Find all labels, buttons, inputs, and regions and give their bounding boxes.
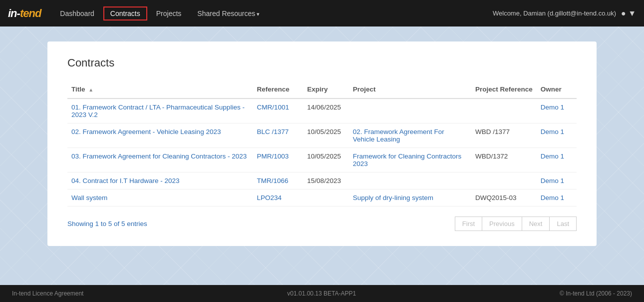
- cell-title: 03. Framework Agreement for Cleaning Con…: [67, 148, 253, 172]
- nav-shared-resources[interactable]: Shared Resources: [190, 6, 267, 20]
- table-footer: Showing 1 to 5 of 5 entries First Previo…: [67, 216, 577, 231]
- table-row: 02. Framework Agreement - Vehicle Leasin…: [67, 124, 577, 148]
- nav-projects[interactable]: Projects: [149, 6, 189, 20]
- cell-title: 01. Framework Contract / LTA - Pharmaceu…: [67, 98, 253, 124]
- cell-title: 04. Contract for I.T Hardware - 2023: [67, 172, 253, 190]
- col-projref[interactable]: Project Reference: [471, 82, 537, 98]
- cell-expiry: 14/06/2025: [303, 98, 348, 124]
- cell-title: 02. Framework Agreement - Vehicle Leasin…: [67, 124, 253, 148]
- cell-project: 02. Framework Agreement For Vehicle Leas…: [349, 124, 471, 148]
- pagination-previous[interactable]: Previous: [482, 216, 522, 231]
- navbar-right: Welcome, Damian (d.gillott@in-tend.co.uk…: [493, 9, 636, 18]
- page-title: Contracts: [67, 56, 577, 70]
- cell-project: Framework for Cleaning Contractors 2023: [349, 148, 471, 172]
- cell-expiry: 15/08/2023: [303, 172, 348, 190]
- project-link[interactable]: 02. Framework Agreement For Vehicle Leas…: [353, 128, 444, 143]
- contracts-table: Title ▲ Reference Expiry Project Project…: [67, 82, 577, 206]
- cell-expiry: 10/05/2025: [303, 148, 348, 172]
- cell-expiry: 10/05/2025: [303, 124, 348, 148]
- brand-logo: in-tend: [8, 7, 41, 20]
- pagination-controls: First Previous Next Last: [455, 216, 577, 231]
- contract-link[interactable]: 03. Framework Agreement for Cleaning Con…: [71, 152, 247, 160]
- contract-link[interactable]: 04. Contract for I.T Hardware - 2023: [71, 177, 180, 184]
- welcome-text: Welcome, Damian (d.gillott@in-tend.co.uk…: [493, 10, 616, 17]
- owner-link[interactable]: Demo 1: [541, 152, 564, 160]
- showing-text: Showing 1 to 5 of 5 entries: [67, 220, 147, 228]
- cell-projref: DWQ2015-03: [471, 190, 537, 206]
- table-header-row: Title ▲ Reference Expiry Project Project…: [67, 82, 577, 98]
- footer-license[interactable]: In-tend Licence Agreement: [12, 290, 83, 297]
- cell-owner: Demo 1: [537, 124, 577, 148]
- cell-reference: PMR/1003: [253, 148, 304, 172]
- pagination-first[interactable]: First: [455, 216, 482, 231]
- cell-reference: LPO234: [253, 190, 304, 206]
- contracts-card: Contracts Title ▲ Reference Expiry Proje…: [47, 42, 597, 246]
- col-expiry[interactable]: Expiry: [303, 82, 348, 98]
- cell-owner: Demo 1: [537, 190, 577, 206]
- col-reference[interactable]: Reference: [253, 82, 304, 98]
- footer-copyright: © In-tend Ltd (2006 - 2023): [560, 290, 632, 297]
- cell-reference: CMR/1001: [253, 98, 304, 124]
- col-title[interactable]: Title ▲: [67, 82, 253, 98]
- table-row: 03. Framework Agreement for Cleaning Con…: [67, 148, 577, 172]
- cell-owner: Demo 1: [537, 148, 577, 172]
- cell-project: [349, 98, 471, 124]
- owner-link[interactable]: Demo 1: [541, 128, 564, 136]
- main-content: Contracts Title ▲ Reference Expiry Proje…: [0, 26, 644, 285]
- reference-link[interactable]: TMR/1066: [257, 177, 289, 184]
- reference-link[interactable]: PMR/1003: [257, 152, 289, 160]
- table-row: 01. Framework Contract / LTA - Pharmaceu…: [67, 98, 577, 124]
- project-link[interactable]: Framework for Cleaning Contractors 2023: [353, 152, 462, 168]
- contract-link[interactable]: 01. Framework Contract / LTA - Pharmaceu…: [71, 104, 245, 118]
- nav-dashboard[interactable]: Dashboard: [53, 6, 101, 20]
- cell-reference: TMR/1066: [253, 172, 304, 190]
- cell-project: Supply of dry-lining system: [349, 190, 471, 206]
- cell-reference: BLC /1377: [253, 124, 304, 148]
- owner-link[interactable]: Demo 1: [541, 177, 564, 184]
- cell-owner: Demo 1: [537, 98, 577, 124]
- cell-owner: Demo 1: [537, 172, 577, 190]
- sort-arrow-title: ▲: [88, 87, 93, 92]
- reference-link[interactable]: BLC /1377: [257, 128, 289, 136]
- nav-links: Dashboard Contracts Projects Shared Reso…: [53, 6, 493, 20]
- project-link[interactable]: Supply of dry-lining system: [353, 194, 433, 202]
- reference-link[interactable]: CMR/1001: [257, 104, 290, 111]
- cell-title: Wall system: [67, 190, 253, 206]
- footer-version: v01.01.00.13 BETA-APP1: [287, 290, 356, 297]
- reference-link[interactable]: LPO234: [257, 194, 282, 202]
- owner-link[interactable]: Demo 1: [541, 104, 564, 111]
- cell-project: [349, 172, 471, 190]
- navbar: in-tend Dashboard Contracts Projects Sha…: [0, 0, 644, 26]
- user-menu-icon[interactable]: ● ▼: [621, 9, 636, 18]
- cell-projref: [471, 98, 537, 124]
- owner-link[interactable]: Demo 1: [541, 194, 564, 202]
- cell-expiry: [303, 190, 348, 206]
- cell-projref: WBD/1372: [471, 148, 537, 172]
- cell-projref: [471, 172, 537, 190]
- footer: In-tend Licence Agreement v01.01.00.13 B…: [0, 285, 644, 302]
- cell-projref: WBD /1377: [471, 124, 537, 148]
- col-owner[interactable]: Owner: [537, 82, 577, 98]
- col-project[interactable]: Project: [349, 82, 471, 98]
- table-row: Wall systemLPO234Supply of dry-lining sy…: [67, 190, 577, 206]
- nav-contracts[interactable]: Contracts: [103, 6, 147, 20]
- pagination-last[interactable]: Last: [549, 216, 577, 231]
- pagination-next[interactable]: Next: [522, 216, 550, 231]
- table-row: 04. Contract for I.T Hardware - 2023TMR/…: [67, 172, 577, 190]
- contract-link[interactable]: Wall system: [71, 194, 107, 202]
- contract-link[interactable]: 02. Framework Agreement - Vehicle Leasin…: [71, 128, 221, 136]
